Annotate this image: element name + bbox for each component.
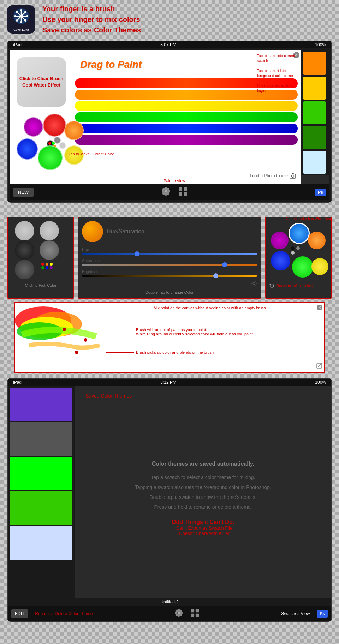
new-button[interactable]: NEW [13,188,34,197]
battery-2: 100% [315,380,326,385]
brightness-slider-thumb[interactable] [213,273,218,278]
rename-delete-label[interactable]: Renam or Delete Color Theme [35,611,93,616]
panel-color-circles: Revert to default colors [265,217,332,299]
circle-green-r[interactable] [292,256,313,278]
circle-blue-r[interactable] [271,251,290,270]
small-dot [41,263,44,266]
empty-brush-annotation: Mix paint on the canvas without adding c… [106,306,266,310]
run-out-annotation: Brush will run out of paint as you to pa… [106,328,266,336]
device-label-1: iPad [13,42,22,47]
swatch-darkgreen[interactable] [303,126,326,149]
circle-blue[interactable] [17,138,38,160]
hue-slider-thumb[interactable] [135,251,139,256]
tap-current-annotation: Tap to Make Current Color [66,152,114,156]
stroke-yellow [75,101,298,111]
svg-rect-28 [184,192,187,196]
circle-blue-ring[interactable] [289,223,310,244]
svg-point-35 [84,338,87,342]
paint-strokes-svg [15,303,107,370]
photoshop-button-1[interactable]: Ps [315,189,326,196]
canvas-area: ✕ Click to Clear BrushCool Water Effect … [10,50,329,184]
cant-do-title: Odd Things it Can't Do: [172,519,234,525]
panel-middle-label: Double Tap to change Color [82,290,257,294]
hue-label: Hue [82,248,257,252]
dot-black-r [291,246,295,250]
palette-grid-icon[interactable] [178,186,188,198]
saturation-slider-group: Saturation [82,258,257,266]
dot-lgray-r [291,251,295,255]
circle-red[interactable] [43,114,66,137]
small-dot [50,263,53,266]
saturation-slider-thumb[interactable] [222,262,227,267]
svg-point-9 [16,11,18,13]
small-dot [46,266,48,269]
svg-rect-26 [184,187,187,191]
circle-lightgray[interactable] [59,142,66,149]
themes-sidebar [8,386,75,598]
swatch-orange[interactable] [303,52,326,75]
saved-themes-content: Saved Color Themes Color themes are save… [8,386,331,598]
hue-sat-title: Hue/Saturation [107,228,144,235]
swatch-yellow[interactable] [303,77,326,100]
theme-swatch-gray[interactable] [10,422,72,456]
color-grid-right [269,221,328,281]
svg-rect-27 [179,192,182,196]
grid-circle-5[interactable] [15,260,34,279]
theme-swatch-darkgreen[interactable] [10,491,72,525]
themes-info-1: Tap a swatch to select a color theme for… [135,472,271,482]
annotations-section: Current Color has White Ring [7,217,332,299]
time-2: 3:12 PM [160,380,176,385]
ipad-frame-1: iPad 3:07 PM 100% ✕ Click to Clear Brush… [7,41,332,203]
paint-panel-zoom-icon[interactable] [316,363,322,370]
load-photo-area[interactable]: Load a Photo to use [250,173,296,179]
app-icon: Color Lava [7,5,35,34]
paint-panel-close[interactable]: ✕ [317,305,322,310]
svg-point-24 [162,192,165,195]
theme-swatch-green[interactable] [10,457,72,490]
svg-point-43 [176,610,178,612]
dot-gray-r [296,246,300,250]
svg-rect-50 [196,614,199,617]
hue-slider-track [82,253,257,255]
svg-point-5 [20,9,22,11]
swatch-green[interactable] [303,101,326,124]
toolbar2-grid-icon[interactable] [190,608,200,619]
svg-point-29 [253,282,255,285]
photoshop-button-2[interactable]: Ps [317,610,328,618]
themes-info-text: Tap a swatch to select a color theme for… [135,472,271,512]
grid-circle-2[interactable] [40,221,59,240]
palette-flower-icon[interactable] [161,186,171,198]
run-out-label: Brush will run out of paint as you to pa… [136,328,254,336]
svg-rect-15 [292,173,294,174]
app-name-label: Color Lava [12,28,30,31]
circle-green[interactable] [38,145,63,170]
theme-swatch-lightblue[interactable] [10,526,72,560]
edit-button[interactable]: EDIT [11,609,28,618]
circle-purple-r[interactable] [271,232,289,249]
clear-brush-button[interactable]: Click to Clear BrushCool Water Effect [17,57,66,107]
circle-purple[interactable] [24,117,43,137]
panel-hue-sat: Hue/Saturation Hue Saturation Brightness [78,217,261,299]
revert-label: Revert to default colors [276,284,313,288]
ipad-frame-2: iPad 3:12 PM 100% Saved Color Themes Col… [7,378,332,622]
small-circles-r [291,246,301,255]
circle-orange-r[interactable] [308,232,326,249]
theme-swatch-purple[interactable] [10,388,72,421]
grid-circle-3[interactable] [15,240,34,260]
tap-swatch-annotation: Tap to make into current swatch Tap to m… [257,54,299,93]
current-color-ring-annotation: Current Color has White Ring [286,217,332,221]
svg-point-23 [167,188,170,191]
toolbar2-flower-icon[interactable] [174,608,183,619]
saturation-slider-track [82,264,257,266]
paint-panel-section: ✕ Mix paint on the canvas without [7,302,332,373]
settings-icon[interactable] [82,280,257,288]
circle-orange[interactable] [64,121,84,140]
toolbar-1: NEW Palette View [10,184,329,200]
svg-point-12 [16,19,18,22]
grid-circle-1[interactable] [15,221,34,240]
header: Color Lava Your finger is a brush Use yo… [0,0,339,39]
swatch-lightblue[interactable] [303,151,326,174]
revert-icon[interactable] [269,283,275,288]
circle-yellow-r[interactable] [311,258,328,275]
grid-circle-4[interactable] [40,240,59,260]
